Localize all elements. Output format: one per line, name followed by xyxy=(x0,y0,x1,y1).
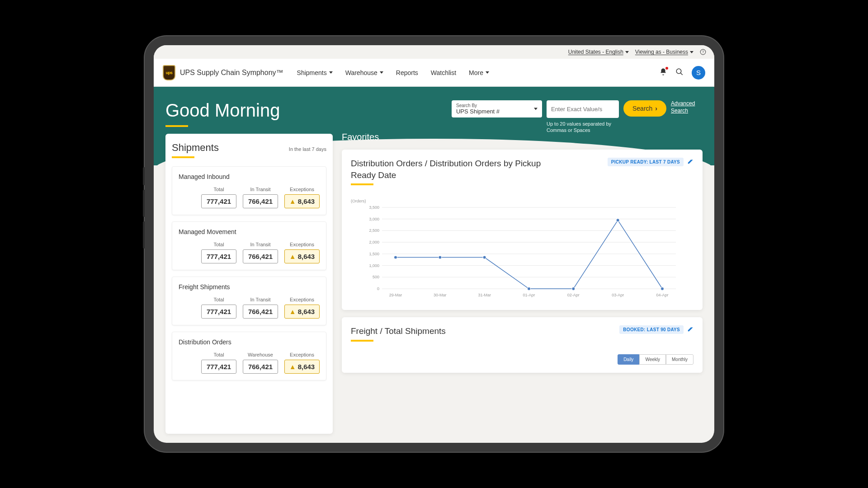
nav-warehouse[interactable]: Warehouse xyxy=(345,69,383,76)
svg-text:?: ? xyxy=(702,50,704,54)
svg-text:2,500: 2,500 xyxy=(369,229,379,233)
shipment-group: Freight Shipments Total 777,421 In Trans… xyxy=(172,277,326,325)
col-value-mid[interactable]: 766,421 xyxy=(243,360,278,374)
utility-bar: United States - English Viewing as - Bus… xyxy=(154,45,714,59)
col-label-mid: In Transit xyxy=(243,297,278,302)
shipment-group-title: Managed Movement xyxy=(179,228,320,235)
svg-text:30-Mar: 30-Mar xyxy=(434,293,447,297)
warning-icon: ▲ xyxy=(289,197,296,205)
notifications-button[interactable] xyxy=(659,68,667,78)
help-button[interactable]: ? xyxy=(700,49,706,55)
col-label-exceptions: Exceptions xyxy=(284,352,320,357)
svg-text:02-Apr: 02-Apr xyxy=(567,293,580,297)
device-button xyxy=(143,221,145,249)
nav-shipments[interactable]: Shipments xyxy=(297,69,333,76)
col-value-exceptions[interactable]: ▲8,643 xyxy=(284,194,320,208)
search-hint: Up to 20 values separated by Commas or S… xyxy=(547,121,619,134)
left-column: Shipments In the last 7 days Managed Inb… xyxy=(165,134,333,434)
chart-title: Freight / Total Shipments xyxy=(351,325,446,337)
locale-label: United States - English xyxy=(568,49,623,55)
underline-accent xyxy=(172,156,194,158)
col-label-total: Total xyxy=(201,242,236,247)
svg-text:29-Mar: 29-Mar xyxy=(389,293,402,297)
svg-line-3 xyxy=(680,73,683,75)
search-by-value: UPS Shipment # xyxy=(456,108,538,115)
shipments-title: Shipments xyxy=(172,142,219,154)
dashboard-grid: Shipments In the last 7 days Managed Inb… xyxy=(154,134,714,443)
shipment-group: Distribution Orders Total 777,421 Wareho… xyxy=(172,332,326,380)
search-button[interactable]: Search › xyxy=(623,100,666,117)
toggle-weekly[interactable]: Weekly xyxy=(639,354,666,365)
line-chart: 05001,0001,5002,0002,5003,0003,50029-Mar… xyxy=(351,205,693,300)
col-label-total: Total xyxy=(201,187,236,192)
chevron-down-icon xyxy=(625,51,629,53)
viewing-as-selector[interactable]: Viewing as - Business xyxy=(635,49,693,55)
nav-watchlist[interactable]: Watchlist xyxy=(431,69,456,76)
ups-shield-icon: ups xyxy=(163,65,175,80)
col-value-mid[interactable]: 766,421 xyxy=(243,194,278,208)
toggle-daily[interactable]: Daily xyxy=(618,354,639,365)
nav-reports[interactable]: Reports xyxy=(396,69,418,76)
warning-icon: ▲ xyxy=(289,308,296,315)
underline-accent xyxy=(165,125,188,127)
warning-icon: ▲ xyxy=(289,253,296,260)
svg-point-25 xyxy=(616,219,619,222)
shipment-group-title: Distribution Orders xyxy=(179,338,320,346)
toggle-monthly[interactable]: Monthly xyxy=(666,354,693,365)
svg-text:0: 0 xyxy=(377,286,379,291)
svg-text:2,000: 2,000 xyxy=(369,240,379,244)
svg-point-21 xyxy=(439,256,442,259)
underline-accent xyxy=(351,340,373,342)
col-label-mid: In Transit xyxy=(243,187,278,192)
col-label-mid: Warehouse xyxy=(243,352,278,357)
nav-more[interactable]: More xyxy=(469,69,489,76)
edit-chart-button[interactable] xyxy=(687,158,693,166)
col-value-total[interactable]: 777,421 xyxy=(201,194,236,208)
chart-title: Distribution Orders / Distribution Order… xyxy=(351,158,559,181)
shipment-group: Managed Movement Total 777,421 In Transi… xyxy=(172,221,326,270)
shipment-group: Managed Inbound Total 777,421 In Transit… xyxy=(172,166,326,215)
svg-text:3,500: 3,500 xyxy=(369,205,379,210)
col-value-mid[interactable]: 766,421 xyxy=(243,249,278,263)
svg-point-23 xyxy=(528,287,531,291)
col-label-total: Total xyxy=(201,297,236,302)
edit-chart-button[interactable] xyxy=(687,326,693,334)
chevron-down-icon xyxy=(690,51,693,53)
header-search-button[interactable] xyxy=(675,68,684,78)
chevron-down-icon xyxy=(329,71,333,74)
chart-area: (Orders) 05001,0001,5002,0002,5003,0003,… xyxy=(351,199,693,302)
chevron-down-icon xyxy=(534,108,538,110)
col-value-exceptions[interactable]: ▲8,643 xyxy=(284,360,320,374)
svg-point-2 xyxy=(676,69,681,74)
col-value-total[interactable]: 777,421 xyxy=(201,249,236,263)
locale-selector[interactable]: United States - English xyxy=(568,49,629,55)
col-value-exceptions[interactable]: ▲8,643 xyxy=(284,249,320,263)
chevron-down-icon xyxy=(380,71,383,74)
search-by-dropdown[interactable]: Search By UPS Shipment # xyxy=(452,100,542,117)
col-value-total[interactable]: 777,421 xyxy=(201,305,236,319)
logo[interactable]: ups UPS Supply Chain Symphony™ xyxy=(163,65,283,80)
svg-point-24 xyxy=(572,287,575,291)
user-avatar[interactable]: S xyxy=(692,66,705,80)
svg-text:1,500: 1,500 xyxy=(369,252,379,256)
shipments-card: Shipments In the last 7 days Managed Inb… xyxy=(165,134,333,434)
col-value-exceptions[interactable]: ▲8,643 xyxy=(284,305,320,319)
main-header: ups UPS Supply Chain Symphony™ Shipments… xyxy=(154,59,714,87)
search-value-input[interactable] xyxy=(547,100,619,118)
svg-point-26 xyxy=(661,287,664,291)
tablet-device-frame: United States - English Viewing as - Bus… xyxy=(145,36,723,452)
header-actions: S xyxy=(659,66,705,80)
favorites-title: Favorites xyxy=(342,134,703,142)
col-value-total[interactable]: 777,421 xyxy=(201,360,236,374)
underline-accent xyxy=(351,183,373,185)
svg-text:04-Apr: 04-Apr xyxy=(656,293,668,297)
edit-icon xyxy=(687,326,693,332)
col-value-mid[interactable]: 766,421 xyxy=(243,305,278,319)
col-label-exceptions: Exceptions xyxy=(284,242,320,247)
chart-card-distribution-orders: Distribution Orders / Distribution Order… xyxy=(342,150,703,310)
advanced-search-link[interactable]: Advanced Search xyxy=(671,100,703,114)
chart-filter-badge: PICKUP READY: LAST 7 DAYS xyxy=(608,158,684,166)
chart-filter-badge: BOOKED: LAST 90 DAYS xyxy=(619,325,684,334)
device-button xyxy=(143,190,145,217)
col-label-exceptions: Exceptions xyxy=(284,187,320,192)
